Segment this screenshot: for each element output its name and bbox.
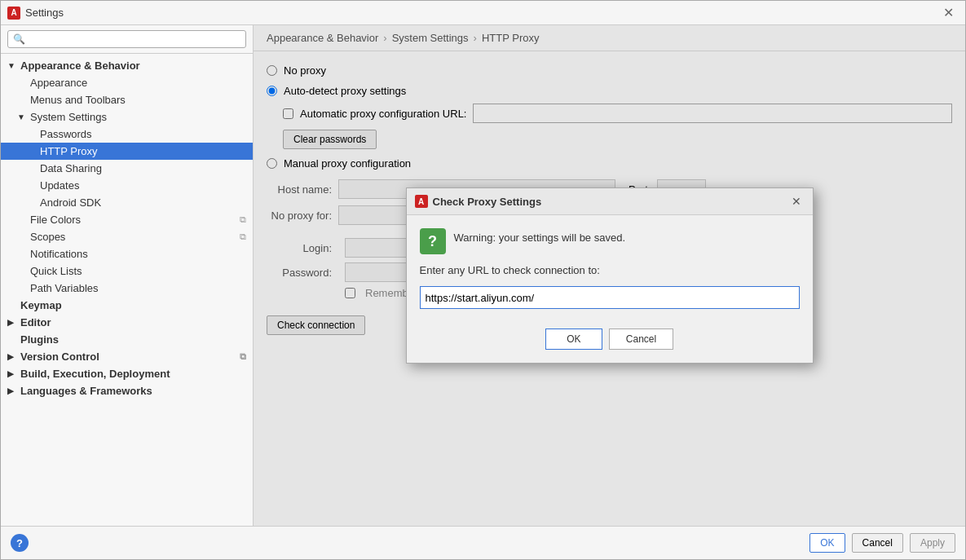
sidebar-item-label: Passwords bbox=[40, 128, 92, 140]
sidebar-item-quick-lists[interactable]: Quick Lists bbox=[1, 262, 253, 280]
sidebar-item-label: Menus and Toolbars bbox=[30, 94, 126, 106]
check-proxy-dialog: A Check Proxy Settings ✕ ? Warning: your… bbox=[406, 187, 814, 364]
sidebar-item-notifications[interactable]: Notifications bbox=[1, 245, 253, 262]
modal-body: ? Warning: your settings will be saved. … bbox=[407, 215, 813, 322]
sidebar-item-label: Path Variables bbox=[30, 282, 99, 294]
sidebar-item-label: Version Control bbox=[20, 351, 99, 363]
url-input[interactable] bbox=[420, 286, 800, 309]
modal-ok-button[interactable]: OK bbox=[545, 329, 602, 350]
title-bar: A Settings ✕ bbox=[1, 1, 965, 25]
modal-overlay: A Check Proxy Settings ✕ ? Warning: your… bbox=[254, 25, 965, 526]
main-content: ▼ Appearance & Behavior Appearance Menus… bbox=[1, 25, 965, 526]
modal-title-bar: A Check Proxy Settings ✕ bbox=[407, 188, 813, 215]
settings-window: A Settings ✕ ▼ Appearance & Behavior App… bbox=[0, 0, 966, 560]
modal-cancel-button[interactable]: Cancel bbox=[609, 329, 673, 350]
sidebar: ▼ Appearance & Behavior Appearance Menus… bbox=[1, 25, 254, 526]
sidebar-item-system-settings[interactable]: ▼ System Settings bbox=[1, 108, 253, 126]
sidebar-item-data-sharing[interactable]: Data Sharing bbox=[1, 160, 253, 177]
dialog-icon: A bbox=[415, 195, 428, 208]
sidebar-item-label: Languages & Frameworks bbox=[20, 385, 152, 397]
tree: ▼ Appearance & Behavior Appearance Menus… bbox=[1, 54, 253, 526]
sidebar-item-label: Data Sharing bbox=[40, 162, 102, 174]
sidebar-item-http-proxy[interactable]: HTTP Proxy bbox=[1, 143, 253, 160]
expand-arrow: ▶ bbox=[7, 369, 17, 378]
window-close-button[interactable]: ✕ bbox=[938, 5, 959, 21]
sidebar-item-appearance[interactable]: Appearance bbox=[1, 74, 253, 91]
sidebar-item-editor[interactable]: ▶ Editor bbox=[1, 314, 253, 331]
sidebar-item-label: Keymap bbox=[20, 299, 62, 311]
window-title: Settings bbox=[25, 7, 64, 19]
sidebar-item-label: Editor bbox=[20, 316, 51, 329]
content-area: Appearance & Behavior › System Settings … bbox=[254, 25, 965, 526]
sidebar-item-plugins[interactable]: Plugins bbox=[1, 331, 253, 348]
copy-icon: ⧉ bbox=[240, 214, 246, 225]
sidebar-item-menus-toolbars[interactable]: Menus and Toolbars bbox=[1, 91, 253, 108]
help-button[interactable]: ? bbox=[11, 534, 29, 552]
cancel-button[interactable]: Cancel bbox=[852, 533, 903, 553]
warning-icon: ? bbox=[420, 228, 446, 254]
modal-buttons: OK Cancel bbox=[407, 322, 813, 363]
expand-arrow: ▶ bbox=[7, 386, 17, 395]
sidebar-item-file-colors[interactable]: File Colors ⧉ bbox=[1, 211, 253, 228]
sidebar-item-label: Scopes bbox=[30, 231, 65, 243]
copy-icon: ⧉ bbox=[240, 231, 246, 242]
sidebar-item-label: Quick Lists bbox=[30, 265, 82, 277]
sidebar-item-label: Appearance bbox=[30, 77, 87, 89]
sidebar-item-label: Build, Execution, Deployment bbox=[20, 368, 170, 380]
sidebar-item-appearance-behavior[interactable]: ▼ Appearance & Behavior bbox=[1, 57, 253, 74]
title-bar-left: A Settings bbox=[7, 7, 64, 20]
sidebar-item-android-sdk[interactable]: Android SDK bbox=[1, 194, 253, 211]
sidebar-item-passwords[interactable]: Passwords bbox=[1, 126, 253, 143]
sidebar-item-languages-frameworks[interactable]: ▶ Languages & Frameworks bbox=[1, 382, 253, 399]
bottom-left: ? bbox=[11, 534, 29, 552]
expand-arrow: ▼ bbox=[17, 112, 27, 121]
modal-close-button[interactable]: ✕ bbox=[788, 193, 805, 209]
sidebar-item-label: Android SDK bbox=[40, 196, 101, 209]
warning-row: ? Warning: your settings will be saved. bbox=[420, 228, 800, 254]
copy-icon: ⧉ bbox=[240, 351, 246, 362]
sidebar-item-label: File Colors bbox=[30, 214, 81, 226]
sidebar-item-label: System Settings bbox=[30, 111, 107, 123]
sidebar-item-label: Notifications bbox=[30, 248, 88, 260]
sidebar-item-scopes[interactable]: Scopes ⧉ bbox=[1, 228, 253, 245]
apply-button[interactable]: Apply bbox=[910, 533, 955, 553]
sidebar-item-build-execution[interactable]: ▶ Build, Execution, Deployment bbox=[1, 365, 253, 382]
sidebar-item-label: HTTP Proxy bbox=[40, 145, 98, 157]
search-input[interactable] bbox=[7, 30, 246, 48]
warning-text: Warning: your settings will be saved. bbox=[454, 228, 626, 244]
expand-arrow: ▶ bbox=[7, 352, 17, 361]
sidebar-item-keymap[interactable]: Keymap bbox=[1, 297, 253, 314]
bottom-bar: ? OK Cancel Apply bbox=[1, 526, 965, 559]
sidebar-item-path-variables[interactable]: Path Variables bbox=[1, 280, 253, 297]
svg-text:A: A bbox=[418, 197, 424, 206]
sidebar-item-label: Appearance & Behavior bbox=[20, 60, 140, 72]
modal-title-left: A Check Proxy Settings bbox=[415, 195, 542, 208]
search-box bbox=[1, 25, 253, 54]
expand-arrow: ▶ bbox=[7, 318, 17, 327]
modal-title: Check Proxy Settings bbox=[433, 196, 542, 208]
app-icon: A bbox=[7, 7, 20, 20]
sidebar-item-label: Updates bbox=[40, 179, 79, 192]
sidebar-item-label: Plugins bbox=[20, 333, 59, 346]
sidebar-item-updates[interactable]: Updates bbox=[1, 177, 253, 194]
sidebar-item-version-control[interactable]: ▶ Version Control ⧉ bbox=[1, 348, 253, 365]
ok-button[interactable]: OK bbox=[809, 533, 845, 553]
url-label: Enter any URL to check connection to: bbox=[420, 264, 800, 276]
expand-arrow: ▼ bbox=[7, 61, 17, 70]
